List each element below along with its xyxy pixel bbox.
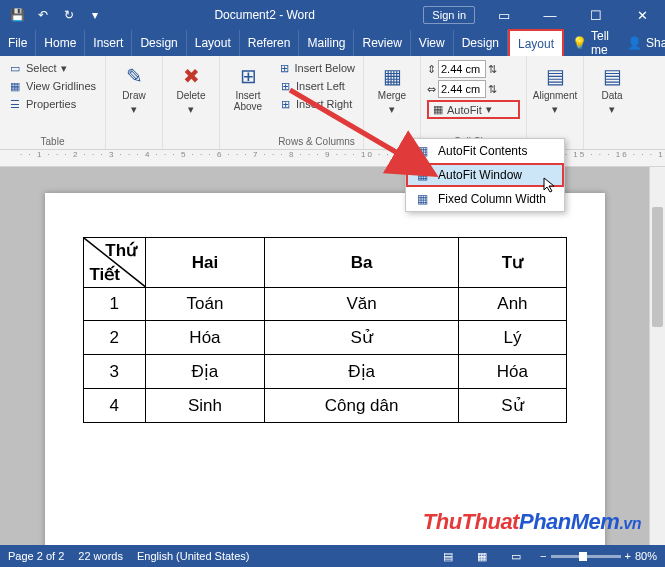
table-row: 4SinhCông dânSử — [83, 389, 566, 423]
select-icon: ▭ — [8, 61, 22, 75]
chevron-down-icon: ▾ — [486, 103, 492, 116]
spinner-icon[interactable]: ⇅ — [488, 63, 497, 76]
height-icon: ⇕ — [427, 63, 436, 76]
insert-below-button[interactable]: ⊞Insert Below — [276, 60, 357, 76]
alignment-button[interactable]: ▤ Alignment ▾ — [533, 60, 577, 120]
autofit-contents-icon: ▦ — [414, 143, 430, 159]
insert-right-button[interactable]: ⊞Insert Right — [276, 96, 357, 112]
status-bar: Page 2 of 2 22 words English (United Sta… — [0, 545, 665, 567]
view-gridlines-button[interactable]: ▦View Gridlines — [6, 78, 99, 94]
row-height-field[interactable]: ⇕⇅ — [427, 60, 520, 78]
language-indicator[interactable]: English (United States) — [137, 550, 250, 562]
group-cell-size: ⇕⇅ ⇔⇅ ▦AutoFit▾ Cell Size — [421, 56, 527, 149]
scrollbar-thumb[interactable] — [652, 207, 663, 327]
properties-icon: ☰ — [8, 97, 22, 111]
autofit-button[interactable]: ▦AutoFit▾ — [427, 100, 520, 119]
group-rows-columns: ⊞Insert Below ⊞Insert Left ⊞Insert Right… — [270, 56, 364, 149]
insert-left-icon: ⊞ — [278, 79, 292, 93]
merge-icon: ▦ — [383, 64, 402, 88]
quick-access-toolbar: 💾 ↶ ↻ ▾ — [0, 4, 106, 26]
ribbon-tabs: File Home Insert Design Layout Referen M… — [0, 30, 665, 56]
insert-above-wrap: ⊞ Insert Above — [220, 56, 270, 149]
tab-insert[interactable]: Insert — [85, 30, 132, 56]
read-mode-icon[interactable]: ▤ — [438, 550, 458, 563]
chevron-down-icon: ▾ — [609, 103, 615, 116]
zoom-out-icon[interactable]: − — [540, 550, 546, 562]
insert-left-button[interactable]: ⊞Insert Left — [276, 78, 357, 94]
print-layout-icon[interactable]: ▦ — [472, 550, 492, 563]
document-table[interactable]: Thứ Tiết Hai Ba Tư 1ToánVănAnh 2HóaSửLý … — [83, 237, 567, 423]
alignment-icon: ▤ — [546, 64, 565, 88]
chevron-down-icon: ▾ — [389, 103, 395, 116]
insert-right-icon: ⊞ — [278, 97, 292, 111]
col-width-field[interactable]: ⇔⇅ — [427, 80, 520, 98]
insert-above-icon: ⊞ — [240, 64, 257, 88]
gridlines-icon: ▦ — [8, 79, 22, 93]
tab-layout[interactable]: Layout — [187, 30, 240, 56]
table-header[interactable]: Tư — [459, 238, 566, 288]
table-row: 2HóaSửLý — [83, 321, 566, 355]
table-row: 3ĐịaĐịaHóa — [83, 355, 566, 389]
ribbon-options-icon[interactable]: ▭ — [481, 0, 527, 30]
tab-table-layout[interactable]: Layout — [508, 29, 564, 56]
window-title: Document2 - Word — [106, 8, 423, 22]
save-icon[interactable]: 💾 — [6, 4, 28, 26]
autofit-menu: ▦AutoFit Contents ▦AutoFit Window ▦Fixed… — [405, 138, 565, 212]
table-row: 1ToánVănAnh — [83, 288, 566, 321]
menu-fixed-column-width[interactable]: ▦Fixed Column Width — [406, 187, 564, 211]
group-alignment: ▤ Alignment ▾ — [527, 56, 584, 149]
ruler: · · 1 · · · 2 · · · 3 · · · 4 · · · 5 · … — [0, 150, 665, 167]
tab-table-design[interactable]: Design — [454, 30, 508, 56]
word-count[interactable]: 22 words — [78, 550, 123, 562]
select-button[interactable]: ▭Select▾ — [6, 60, 99, 76]
sign-in-button[interactable]: Sign in — [423, 6, 475, 24]
maximize-button[interactable]: ☐ — [573, 0, 619, 30]
watermark: ThuThuatPhanMem.vn — [423, 509, 641, 535]
diagonal-header-cell[interactable]: Thứ Tiết — [83, 238, 146, 288]
chevron-down-icon: ▾ — [552, 103, 558, 116]
ribbon: ▭Select▾ ▦View Gridlines ☰Properties Tab… — [0, 56, 665, 150]
undo-icon[interactable]: ↶ — [32, 4, 54, 26]
minimize-button[interactable]: — — [527, 0, 573, 30]
tab-home[interactable]: Home — [36, 30, 85, 56]
insert-above-button[interactable]: ⊞ Insert Above — [226, 60, 270, 116]
table-header[interactable]: Hai — [146, 238, 265, 288]
tab-mailings[interactable]: Mailing — [299, 30, 354, 56]
properties-button[interactable]: ☰Properties — [6, 96, 99, 112]
group-data: ▤ Data ▾ — [584, 56, 640, 149]
tab-design[interactable]: Design — [132, 30, 186, 56]
table-row: Thứ Tiết Hai Ba Tư — [83, 238, 566, 288]
chevron-down-icon: ▾ — [188, 103, 194, 116]
redo-icon[interactable]: ↻ — [58, 4, 80, 26]
share-button[interactable]: 👤Share — [617, 30, 665, 56]
spinner-icon[interactable]: ⇅ — [488, 83, 497, 96]
share-icon: 👤 — [627, 36, 642, 50]
tab-file[interactable]: File — [0, 30, 36, 56]
delete-button[interactable]: ✖ Delete ▾ — [169, 60, 213, 120]
qat-more-icon[interactable]: ▾ — [84, 4, 106, 26]
zoom-control[interactable]: − + 80% — [540, 550, 657, 562]
autofit-icon: ▦ — [433, 103, 443, 116]
tell-me[interactable]: 💡Tell me — [564, 30, 617, 56]
group-delete: ✖ Delete ▾ — [163, 56, 220, 149]
web-layout-icon[interactable]: ▭ — [506, 550, 526, 563]
menu-autofit-window[interactable]: ▦AutoFit Window — [406, 163, 564, 187]
draw-button[interactable]: ✎ Draw ▾ — [112, 60, 156, 120]
zoom-in-icon[interactable]: + — [625, 550, 631, 562]
data-button[interactable]: ▤ Data ▾ — [590, 60, 634, 120]
page: Thứ Tiết Hai Ba Tư 1ToánVănAnh 2HóaSửLý … — [45, 193, 605, 545]
tab-view[interactable]: View — [411, 30, 454, 56]
tab-references[interactable]: Referen — [240, 30, 300, 56]
vertical-scrollbar[interactable] — [649, 167, 665, 545]
menu-autofit-contents[interactable]: ▦AutoFit Contents — [406, 139, 564, 163]
tab-review[interactable]: Review — [354, 30, 410, 56]
title-bar: 💾 ↶ ↻ ▾ Document2 - Word Sign in ▭ — ☐ ✕ — [0, 0, 665, 30]
close-button[interactable]: ✕ — [619, 0, 665, 30]
fixed-width-icon: ▦ — [414, 191, 430, 207]
document-area: Thứ Tiết Hai Ba Tư 1ToánVănAnh 2HóaSửLý … — [0, 167, 649, 545]
table-header[interactable]: Ba — [264, 238, 458, 288]
page-indicator[interactable]: Page 2 of 2 — [8, 550, 64, 562]
zoom-level[interactable]: 80% — [635, 550, 657, 562]
zoom-slider[interactable] — [551, 555, 621, 558]
merge-button[interactable]: ▦ Merge ▾ — [370, 60, 414, 120]
